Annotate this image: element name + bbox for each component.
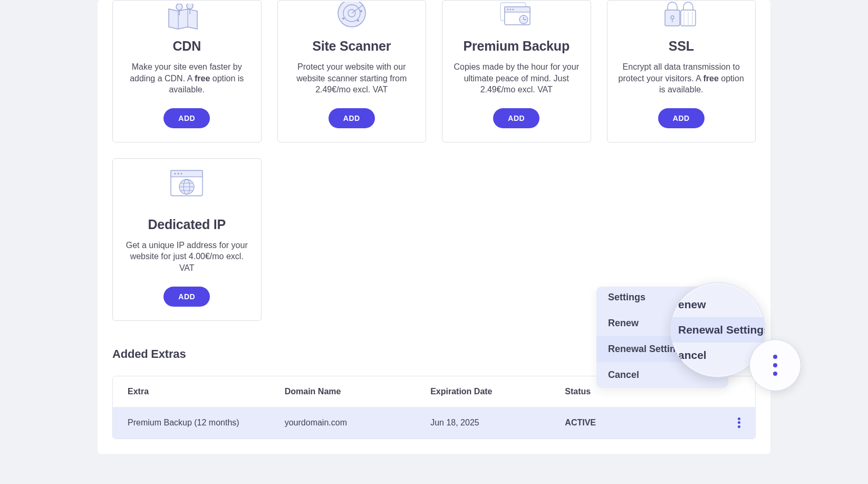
cell-domain: yourdomain.com: [285, 418, 430, 428]
svg-point-13: [513, 9, 514, 11]
svg-rect-15: [665, 10, 680, 26]
svg-point-21: [178, 173, 179, 174]
svg-point-20: [175, 173, 176, 174]
add-premium-backup-button[interactable]: ADD: [493, 108, 539, 128]
col-extra: Extra: [128, 387, 285, 396]
card-title: SSL: [669, 39, 694, 54]
card-desc: Copies made by the hour for your ultimat…: [453, 61, 580, 96]
added-extras-table: Extra Domain Name Expiration Date Status…: [112, 376, 756, 439]
card-desc: Protect your website with our website sc…: [288, 61, 416, 96]
card-title: Site Scanner: [312, 39, 391, 54]
cell-status: ACTIVE: [565, 418, 677, 428]
extra-card-cdn: CDN Make your site even faster by adding…: [112, 0, 262, 143]
add-ssl-button[interactable]: ADD: [658, 108, 705, 128]
svg-point-12: [510, 9, 512, 11]
radar-icon: [335, 1, 369, 30]
added-extras-heading: Added Extras: [112, 347, 756, 361]
svg-point-11: [507, 9, 509, 11]
backup-stack-icon: [495, 1, 537, 30]
card-title: CDN: [172, 39, 201, 54]
svg-point-2: [338, 2, 365, 27]
extra-card-premium-backup: Premium Backup Copies made by the hour f…: [442, 0, 591, 143]
extras-panel: CDN Make your site even faster by adding…: [98, 0, 770, 454]
col-status: Status: [565, 387, 677, 396]
cell-extra: Premium Backup (12 months): [128, 418, 285, 428]
card-title: Premium Backup: [464, 39, 570, 54]
card-desc: Get a unique IP address for your website…: [123, 240, 250, 274]
svg-point-22: [181, 173, 182, 174]
extra-card-dedicated-ip: Dedicated IP Get a unique IP address for…: [112, 158, 262, 321]
globe-window-icon: [169, 161, 204, 208]
cell-expiry: Jun 18, 2025: [430, 418, 565, 428]
table-row: Premium Backup (12 months) yourdomain.co…: [113, 407, 755, 439]
add-dedicated-ip-button[interactable]: ADD: [163, 287, 210, 307]
cdn-map-icon: [167, 1, 207, 30]
card-desc: Encrypt all data transmission to protect…: [618, 61, 745, 96]
svg-point-1: [187, 4, 193, 9]
svg-point-7: [360, 10, 362, 12]
card-title: Dedicated IP: [148, 217, 226, 232]
svg-point-6: [357, 20, 359, 22]
add-cdn-button[interactable]: ADD: [163, 108, 210, 128]
svg-point-5: [342, 17, 344, 20]
row-actions-kebab-icon[interactable]: [738, 417, 740, 428]
col-domain: Domain Name: [285, 387, 430, 396]
svg-point-0: [176, 4, 182, 10]
padlock-pair-icon: [662, 1, 701, 30]
card-desc: Make your site even faster by adding a C…: [123, 61, 250, 96]
extra-card-site-scanner: Site Scanner Protect your website with o…: [277, 0, 427, 143]
col-expiry: Expiration Date: [430, 387, 565, 396]
add-site-scanner-button[interactable]: ADD: [329, 108, 375, 128]
extra-card-ssl: SSL Encrypt all data transmission to pro…: [607, 0, 756, 143]
